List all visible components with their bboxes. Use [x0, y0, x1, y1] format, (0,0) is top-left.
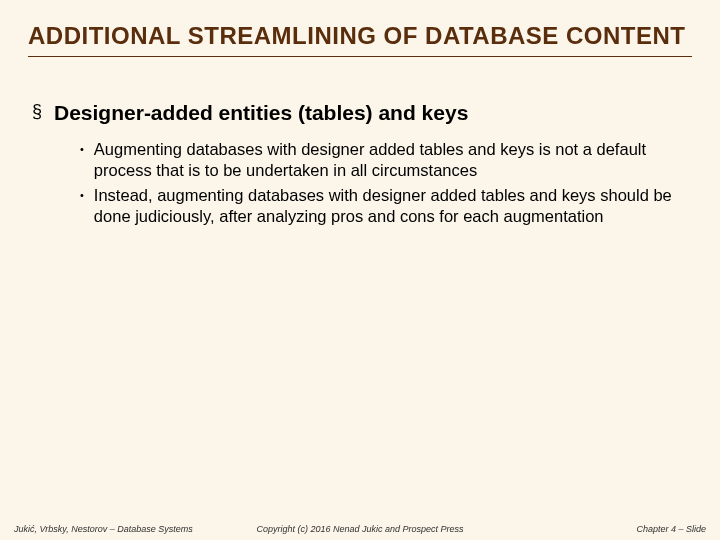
- title-underline: [28, 56, 692, 57]
- slide-footer: Jukić, Vrbsky, Nestorov – Database Syste…: [0, 524, 720, 534]
- list-text: Instead, augmenting databases with desig…: [94, 185, 688, 227]
- bullet-icon: •: [80, 185, 84, 206]
- list-item: • Instead, augmenting databases with des…: [80, 185, 688, 227]
- list-text: Augmenting databases with designer added…: [94, 139, 688, 181]
- slide-body: § Designer-added entities (tables) and k…: [0, 63, 720, 227]
- footer-left: Jukić, Vrbsky, Nestorov – Database Syste…: [14, 524, 193, 534]
- footer-right: Chapter 4 – Slide: [636, 524, 706, 534]
- list-item: • Augmenting databases with designer add…: [80, 139, 688, 181]
- section-bullet-icon: §: [32, 101, 42, 123]
- section-heading: Designer-added entities (tables) and key…: [54, 101, 468, 125]
- slide-title: ADDITIONAL STREAMLINING OF DATABASE CONT…: [28, 22, 692, 50]
- bullet-icon: •: [80, 139, 84, 160]
